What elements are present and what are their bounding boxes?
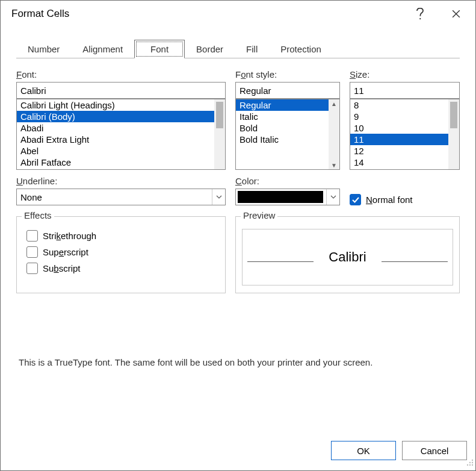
- scroll-up-icon[interactable]: ▲: [329, 99, 339, 108]
- ok-button[interactable]: OK: [331, 441, 396, 460]
- cancel-button[interactable]: Cancel: [402, 441, 467, 460]
- chevron-down-icon[interactable]: [212, 189, 225, 205]
- list-item[interactable]: 8: [350, 99, 448, 111]
- close-button[interactable]: [448, 5, 465, 22]
- superscript-checkbox[interactable]: Superscript: [26, 246, 219, 258]
- titlebar: Format Cells: [1, 1, 475, 27]
- subscript-checkbox[interactable]: Subscript: [26, 263, 219, 274]
- list-item[interactable]: Calibri Light (Headings): [17, 99, 214, 111]
- svg-point-0: [419, 18, 421, 19]
- font-hint: This is a TrueType font. The same font w…: [19, 357, 372, 367]
- svg-point-4: [467, 464, 468, 466]
- size-listbox[interactable]: 8910111214: [350, 99, 460, 170]
- footer: OK Cancel: [1, 431, 475, 470]
- help-button[interactable]: [412, 5, 428, 22]
- svg-point-6: [472, 464, 473, 466]
- list-item[interactable]: 9: [350, 111, 448, 122]
- svg-point-1: [472, 460, 473, 461]
- strikethrough-checkbox[interactable]: Strikethrough: [26, 230, 219, 242]
- font-label: Font:: [16, 69, 226, 80]
- tab-alignment[interactable]: Alignment: [71, 40, 134, 58]
- effects-group: Effects Strikethrough Superscript Subscr…: [16, 216, 226, 293]
- tab-fill[interactable]: Fill: [235, 40, 269, 58]
- svg-point-2: [469, 462, 471, 463]
- svg-point-5: [469, 464, 471, 466]
- list-item[interactable]: 10: [350, 122, 448, 134]
- format-cells-dialog: Format Cells Number Alignment Font Borde…: [0, 0, 476, 471]
- list-item[interactable]: 11: [350, 134, 448, 145]
- style-listbox[interactable]: RegularItalicBoldBold Italic ▲ ▼: [235, 99, 340, 170]
- list-item[interactable]: Abel: [17, 145, 214, 157]
- list-item[interactable]: Italic: [236, 111, 329, 122]
- preview-legend: Preview: [241, 210, 277, 220]
- tabs: Number Alignment Font Border Fill Protec…: [16, 39, 460, 58]
- tab-font[interactable]: Font: [134, 40, 185, 58]
- tab-protection[interactable]: Protection: [269, 40, 333, 58]
- list-item[interactable]: Abril Fatface: [17, 157, 214, 168]
- resize-grip-icon[interactable]: [466, 458, 474, 469]
- list-item[interactable]: 14: [350, 157, 448, 168]
- list-item[interactable]: Abadi: [17, 122, 214, 134]
- font-input[interactable]: [16, 82, 226, 99]
- dialog-title: Format Cells: [11, 8, 412, 20]
- size-scrollbar[interactable]: [448, 99, 459, 169]
- style-label: Font style:: [235, 69, 340, 80]
- list-item[interactable]: Bold: [236, 122, 329, 134]
- font-scrollbar[interactable]: [214, 99, 225, 169]
- underline-value: None: [20, 192, 42, 202]
- tab-number[interactable]: Number: [16, 40, 71, 58]
- color-dropdown[interactable]: [235, 189, 340, 205]
- preview-group: Preview Calibri: [235, 216, 460, 293]
- preview-text: Calibri: [329, 249, 366, 265]
- size-label: Size:: [350, 69, 460, 80]
- preview-box: Calibri: [242, 229, 453, 285]
- list-item[interactable]: Abadi Extra Light: [17, 134, 214, 145]
- font-listbox[interactable]: Calibri Light (Headings)Calibri (Body)Ab…: [16, 99, 226, 170]
- style-scrollbar[interactable]: ▲ ▼: [329, 99, 339, 169]
- list-item[interactable]: Calibri (Body): [17, 111, 214, 122]
- color-label: Color:: [235, 176, 340, 186]
- effects-legend: Effects: [22, 210, 54, 220]
- chevron-down-icon[interactable]: [326, 189, 339, 205]
- scroll-down-icon[interactable]: ▼: [329, 161, 339, 169]
- color-swatch: [238, 191, 323, 203]
- underline-dropdown[interactable]: None: [16, 189, 226, 205]
- style-input[interactable]: [235, 82, 340, 99]
- underline-label: Underline:: [16, 176, 226, 186]
- list-item[interactable]: Regular: [236, 99, 329, 111]
- list-item[interactable]: 12: [350, 145, 448, 157]
- normal-font-checkbox[interactable]: Normal font: [350, 194, 413, 205]
- list-item[interactable]: Bold Italic: [236, 134, 329, 145]
- size-input[interactable]: [350, 82, 460, 99]
- svg-point-3: [472, 462, 473, 463]
- tab-border[interactable]: Border: [185, 40, 235, 58]
